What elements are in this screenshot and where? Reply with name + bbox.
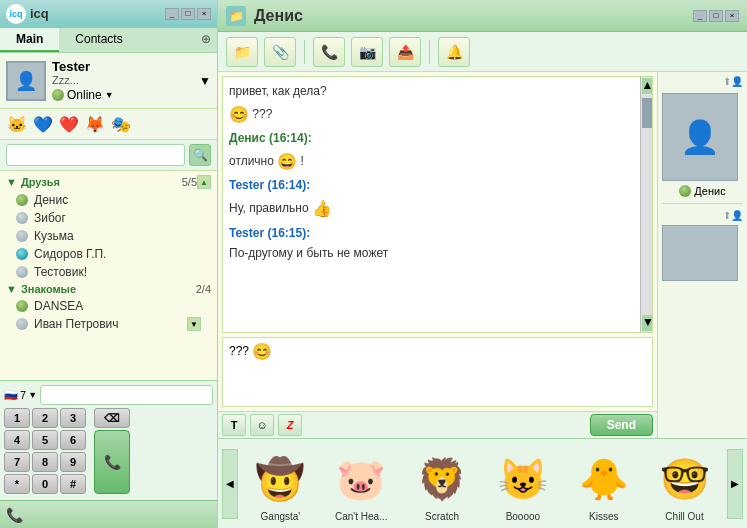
dial-btn-7[interactable]: 7 (4, 452, 30, 472)
chat-win-controls: _ □ × (693, 10, 739, 22)
toolbar-alert-button[interactable]: 🔔 (438, 37, 470, 67)
backspace-button[interactable]: ⌫ (94, 408, 130, 428)
chat-minimize-button[interactable]: _ (693, 10, 707, 22)
send-button[interactable]: Send (590, 414, 653, 436)
tab-contacts[interactable]: Contacts (59, 28, 138, 52)
dial-btn-8[interactable]: 8 (32, 452, 58, 472)
phone-icon-bottom[interactable]: 📞 (6, 507, 23, 523)
input-area[interactable]: ??? 😊 (222, 337, 653, 407)
plugin-icon-2[interactable]: 💙 (32, 113, 54, 135)
emoji-strip-chillout[interactable]: 🤓 Chill Out (657, 449, 713, 522)
contact-item-testovic[interactable]: Тестовик! (0, 263, 217, 281)
contact-sidebar-status-dot (679, 185, 691, 197)
contact-item-zibog[interactable]: Зибог (0, 209, 217, 227)
emoji-strip-canthear[interactable]: 🐷 Can't Hea... (333, 449, 389, 522)
dial-flag-dropdown[interactable]: ▼ (28, 390, 37, 400)
contact-item-kuzma[interactable]: Кузьма (0, 227, 217, 245)
group-triangle-icon-2: ▼ (6, 283, 17, 295)
messages-scrollbar[interactable]: ▲ ▼ (640, 77, 652, 332)
group-acquaintances-label: Знакомые (21, 283, 76, 295)
emoji-button[interactable]: ☺ (250, 414, 274, 436)
dial-btn-2[interactable]: 2 (32, 408, 58, 428)
contact-photo-info: Денис (662, 185, 743, 197)
search-bar: 🔍 (0, 140, 217, 171)
call-controls: ⌫ 📞 (94, 408, 130, 494)
format-text-button[interactable]: T (222, 414, 246, 436)
input-text: ??? (229, 344, 252, 358)
dial-btn-4[interactable]: 4 (4, 430, 30, 450)
msg-4-sender-label: Tester (16:14): (229, 178, 310, 192)
emoji-strip-arrow-right[interactable]: ▶ (727, 449, 743, 519)
status-label: Online (67, 88, 102, 102)
emoji-kisses-label: Kisses (589, 511, 618, 522)
minimize-button[interactable]: _ (165, 8, 179, 20)
dial-btn-hash[interactable]: # (60, 474, 86, 494)
format-z-button[interactable]: Z (278, 414, 302, 436)
chat-maximize-button[interactable]: □ (709, 10, 723, 22)
emoji-strip-arrow-left[interactable]: ◀ (222, 449, 238, 519)
plugin-icon-1[interactable]: 🐱 (6, 113, 28, 135)
emoji-strip-gangsta[interactable]: 🤠 Gangsta' (252, 449, 308, 522)
plugin-icon-3[interactable]: ❤️ (58, 113, 80, 135)
group-scroll-btn[interactable]: ▲ (197, 175, 211, 189)
dial-grid: 1 2 3 4 5 6 7 8 9 * 0 # (4, 408, 86, 494)
dialer-area: 🇷🇺 7 ▼ 1 2 3 4 5 6 7 8 9 * 0 # ⌫ (0, 380, 217, 500)
user-dropdown-icon[interactable]: ▼ (199, 74, 211, 88)
toolbar-separator-2 (429, 40, 430, 64)
scroll-thumb-up[interactable]: ▲ (642, 78, 652, 94)
left-panel: icq icq _ □ × Main Contacts ⊕ 👤 Tester Z… (0, 0, 218, 528)
toolbar-attach-button[interactable]: 📎 (264, 37, 296, 67)
call-button[interactable]: 📞 (94, 430, 130, 494)
chat-close-button[interactable]: × (725, 10, 739, 22)
close-button[interactable]: × (197, 8, 211, 20)
status-dot-green (52, 89, 64, 101)
plugin-icon-5[interactable]: 🎭 (110, 113, 132, 135)
toolbar-phone-button[interactable]: 📞 (313, 37, 345, 67)
dial-flag[interactable]: 🇷🇺 7 ▼ (4, 389, 37, 402)
tab-main[interactable]: Main (0, 28, 59, 52)
dial-btn-star[interactable]: * (4, 474, 30, 494)
plugin-icon-4[interactable]: 🦊 (84, 113, 106, 135)
msg-2-text: ??? (252, 107, 272, 121)
emoji-strip-booooo[interactable]: 😺 Booooo (495, 449, 551, 522)
messages-container[interactable]: привет, как дела? 😊 ??? Денис (16:14): о… (222, 76, 653, 333)
dial-btn-6[interactable]: 6 (60, 430, 86, 450)
message-5-sender: Tester (16:15): (229, 225, 646, 242)
scroll-thumb-down[interactable]: ▼ (642, 315, 652, 331)
search-input[interactable] (6, 144, 185, 166)
contact-item-sidorov[interactable]: Сидоров Г.П. (0, 245, 217, 263)
dial-btn-3[interactable]: 3 (60, 408, 86, 428)
dial-btn-5[interactable]: 5 (32, 430, 58, 450)
group-friends-label: Друзья (21, 176, 60, 188)
dial-btn-0[interactable]: 0 (32, 474, 58, 494)
chat-header: 📁 Денис _ □ × (218, 0, 747, 32)
msg-4-body: Ну, правильно (229, 202, 312, 216)
emoji-strip-kisses[interactable]: 🐥 Kisses (576, 449, 632, 522)
group-friends[interactable]: ▼ Друзья 5/5 ▲ (0, 173, 217, 191)
contact-item-denis[interactable]: Денис (0, 191, 217, 209)
sidebar-scroll-up[interactable]: ⬆ 👤 (662, 76, 743, 87)
maximize-button[interactable]: □ (181, 8, 195, 20)
chat-title: Денис (254, 7, 303, 25)
emoji-strip-scratch[interactable]: 🦁 Scratch (414, 449, 470, 522)
add-contact-icon[interactable]: ⊕ (195, 28, 217, 52)
contact-item-ivan[interactable]: Иван Петрович ▼ (0, 315, 217, 333)
toolbar-share-button[interactable]: 📤 (389, 37, 421, 67)
contacts-scroll-down[interactable]: ▼ (187, 317, 201, 331)
toolbar-camera-button[interactable]: 📷 (351, 37, 383, 67)
msg-3-emoji: 😄 (277, 153, 297, 170)
contact-item-dansea[interactable]: DANSEA (0, 297, 217, 315)
msg-3-sender: Денис (16:14): (229, 131, 312, 145)
emoji-canthear-img: 🐷 (333, 449, 389, 509)
contact-sidebar-name: Денис (694, 185, 725, 197)
contact-name-testovic: Тестовик! (34, 265, 87, 279)
sidebar-separator (662, 203, 743, 204)
toolbar-open-button[interactable]: 📁 (226, 37, 258, 67)
status-dropdown-icon[interactable]: ▼ (105, 90, 114, 100)
sidebar-scroll-down2[interactable]: ⬆ 👤 (662, 210, 743, 221)
dial-input[interactable] (40, 385, 213, 405)
search-button[interactable]: 🔍 (189, 144, 211, 166)
dial-btn-1[interactable]: 1 (4, 408, 30, 428)
group-acquaintances[interactable]: ▼ Знакомые 2/4 (0, 281, 217, 297)
dial-btn-9[interactable]: 9 (60, 452, 86, 472)
